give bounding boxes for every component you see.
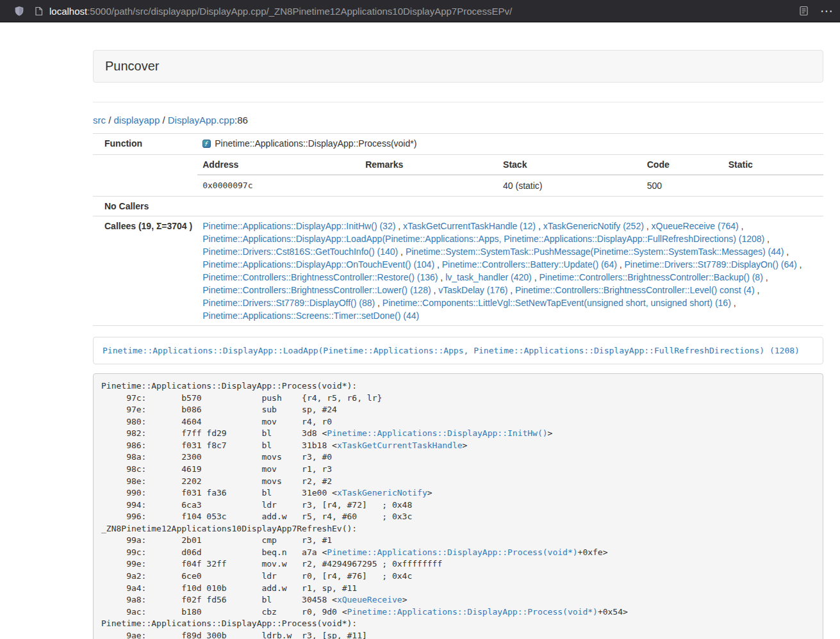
asm-symbol-link[interactable]: Pinetime::Applications::DisplayApp::Init… (327, 428, 547, 438)
address-value: 0x0000097c (197, 175, 360, 196)
table-row: No Callers (93, 197, 823, 216)
callee-link[interactable]: xTaskGetCurrentTaskHandle (12) (403, 221, 536, 231)
callee-link[interactable]: Pinetime::Controllers::Battery::Update()… (442, 259, 617, 270)
callees-label: Callees (19, Σ=3704 ) (93, 216, 197, 326)
app-header-panel: Puncover (93, 50, 823, 83)
no-callers-label: No Callers (93, 197, 197, 216)
function-signature-cell: Pinetime::Applications::DisplayApp::Proc… (197, 134, 823, 155)
url-path: :5000/path/src/displayapp/DisplayApp.cpp… (87, 6, 512, 17)
largest-callee-panel: Pinetime::Applications::DisplayApp::Load… (93, 337, 823, 364)
table-row: Function Pin (93, 134, 823, 155)
callee-link[interactable]: xTaskGenericNotify (252) (543, 221, 644, 231)
asm-symbol-link[interactable]: Pinetime::Applications::DisplayApp::Proc… (327, 547, 577, 557)
remarks-value (360, 175, 498, 196)
callee-link[interactable]: vTaskDelay (176) (438, 285, 507, 295)
url-host: localhost (49, 6, 87, 17)
table-row: Address Remarks Stack Code Static 0x0000… (93, 155, 823, 197)
page-container: Puncover src / displayapp / DisplayApp.c… (93, 50, 823, 639)
callee-link[interactable]: Pinetime::Controllers::BrightnessControl… (515, 285, 754, 295)
page-title: Puncover (105, 59, 160, 73)
callees-list: Pinetime::Applications::DisplayApp::Init… (197, 216, 823, 326)
no-callers-cell (197, 197, 823, 216)
callee-link[interactable]: Pinetime::System::SystemTask::PushMessag… (406, 247, 784, 257)
column-static: Static (723, 155, 823, 175)
asm-symbol-link[interactable]: xTaskGenericNotify (337, 488, 427, 497)
callee-link[interactable]: Pinetime::Controllers::BrightnessControl… (202, 285, 431, 295)
breadcrumb-link[interactable]: DisplayApp.cpp (168, 115, 235, 125)
column-address: Address (197, 155, 360, 175)
asm-symbol-link[interactable]: xQueueReceive (337, 595, 402, 604)
page-info-icon[interactable] (35, 6, 43, 16)
column-stack: Stack (498, 155, 642, 175)
callee-link[interactable]: lv_task_handler (420) (445, 272, 532, 282)
column-remarks: Remarks (360, 155, 498, 175)
asm-symbol-link[interactable]: Pinetime::Applications::DisplayApp::Proc… (347, 607, 598, 617)
callee-link[interactable]: xQueueReceive (764) (652, 221, 739, 231)
empty-label-cell (93, 155, 197, 197)
breadcrumb-link[interactable]: src (93, 115, 106, 125)
reader-mode-icon[interactable] (799, 6, 809, 16)
callee-link[interactable]: Pinetime::Drivers::St7789::DisplayOn() (… (625, 259, 797, 270)
menu-dots-icon[interactable]: ⋯ (820, 4, 834, 17)
callee-link[interactable]: Pinetime::Drivers::St7789::DisplayOff() … (202, 298, 375, 308)
table-row: 0x0000097c 40 (static) 500 (197, 175, 823, 196)
callee-link[interactable]: Pinetime::Applications::DisplayApp::Init… (202, 221, 395, 231)
callee-link[interactable]: Pinetime::Applications::Screens::Timer::… (202, 311, 419, 321)
breadcrumb-link[interactable]: displayapp (114, 115, 160, 125)
table-header-row: Address Remarks Stack Code Static (197, 155, 823, 175)
callee-link[interactable]: Pinetime::Components::LittleVgl::SetNewT… (383, 298, 731, 308)
function-signature: Pinetime::Applications::DisplayApp::Proc… (215, 138, 416, 149)
static-value (723, 175, 823, 196)
url-bar[interactable]: localhost:5000/path/src/displayapp/Displ… (49, 6, 799, 17)
tracking-protection-shield-icon[interactable] (14, 6, 24, 17)
function-icon (202, 138, 211, 151)
divider (93, 102, 823, 102)
column-code: Code (642, 155, 723, 175)
callee-link[interactable]: Pinetime::Drivers::Cst816S::GetTouchInfo… (202, 247, 398, 257)
function-detail-cell: Address Remarks Stack Code Static 0x0000… (197, 155, 823, 197)
callee-link[interactable]: Pinetime::Controllers::BrightnessControl… (202, 272, 438, 282)
asm-symbol-link[interactable]: xTaskGetCurrentTaskHandle (337, 441, 463, 450)
breadcrumb: src / displayapp / DisplayApp.cpp:86 (93, 114, 823, 127)
code-value: 500 (642, 175, 723, 196)
function-detail-table: Address Remarks Stack Code Static 0x0000… (197, 155, 823, 196)
callee-link[interactable]: Pinetime::Controllers::BrightnessControl… (539, 272, 762, 282)
table-row: Callees (19, Σ=3704 ) Pinetime::Applicat… (93, 216, 823, 326)
function-table: Function Pin (93, 133, 823, 326)
callee-link[interactable]: Pinetime::Applications::DisplayApp::OnTo… (202, 259, 434, 270)
browser-toolbar: localhost:5000/path/src/displayapp/Displ… (0, 0, 840, 22)
disassembly-code: Pinetime::Applications::DisplayApp::Proc… (93, 373, 823, 639)
stack-value: 40 (static) (498, 175, 642, 196)
function-label: Function (93, 134, 197, 155)
callee-link[interactable]: Pinetime::Applications::DisplayApp::Load… (202, 234, 764, 244)
largest-callee-link[interactable]: Pinetime::Applications::DisplayApp::Load… (103, 346, 800, 355)
